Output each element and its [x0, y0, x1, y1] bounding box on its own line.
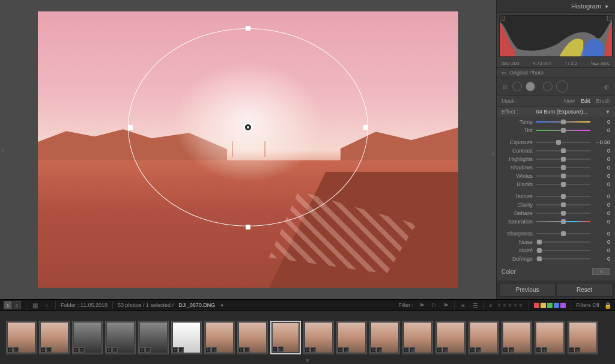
mask-handle-top[interactable] [246, 26, 250, 31]
filmstrip-thumb[interactable]: ⚐◫ [72, 321, 103, 354]
masks-icon[interactable]: ⊞ [501, 83, 509, 90]
slider-whites[interactable]: Whites0 [501, 172, 610, 180]
filmstrip-thumb[interactable]: ⚐◫ [105, 321, 136, 354]
slider-texture[interactable]: Texture0 [501, 192, 610, 201]
slider-noise[interactable]: Noise0 [501, 238, 610, 246]
slider-thumb[interactable] [561, 202, 566, 207]
filmstrip-thumb[interactable]: ⚐◫ [303, 321, 334, 354]
color-filter-chip[interactable] [547, 303, 553, 308]
slider-saturation[interactable]: Saturation0 [501, 217, 610, 226]
slider-thumb[interactable] [537, 256, 542, 261]
flag-badge-icon[interactable]: ⚐ [470, 347, 475, 353]
slider-thumb[interactable] [561, 128, 566, 133]
flag-badge-icon[interactable]: ⚐ [7, 347, 13, 353]
slider-defringe[interactable]: Defringe0 [501, 255, 610, 263]
settings-badge-icon[interactable]: ◫ [476, 347, 481, 353]
folder-path[interactable]: Folder : 11.05.2018 [61, 302, 108, 308]
settings-badge-icon[interactable]: ◫ [377, 347, 382, 353]
radial-outline-icon[interactable] [512, 82, 522, 91]
filmstrip-thumb[interactable]: ⚐◫ [6, 321, 37, 354]
mask-new[interactable]: New [564, 98, 575, 104]
settings-badge-icon[interactable]: ◫ [178, 347, 184, 353]
filter-attribute-icon[interactable]: ☰ [471, 302, 479, 309]
view-mode-2[interactable]: 2 [13, 301, 21, 309]
mask-handle-bottom[interactable] [246, 225, 250, 229]
slider-thumb[interactable] [561, 157, 566, 162]
original-photo-toggle[interactable]: Original Photo [497, 67, 615, 77]
flag-badge-icon[interactable]: ⚐ [73, 347, 79, 353]
mask-center-pin[interactable] [244, 123, 252, 132]
radial-filled-icon[interactable] [526, 82, 535, 91]
flag-badge-icon[interactable]: ⚐ [139, 347, 145, 353]
slider-thumb[interactable] [561, 120, 566, 124]
flag-badge-icon[interactable]: ⚐ [205, 347, 211, 353]
effect-preset[interactable]: 04 Burn (Exposure)... [536, 109, 588, 115]
reset-button[interactable]: Reset [556, 283, 613, 297]
slider-thumb[interactable] [561, 211, 566, 216]
circle-outline-icon[interactable] [543, 82, 553, 91]
slider-thumb[interactable] [561, 182, 566, 187]
slider-blacks[interactable]: Blacks0 [501, 180, 610, 189]
slider-thumb[interactable] [561, 219, 566, 224]
flag-badge-icon[interactable]: ⚐ [404, 347, 409, 353]
flag-badge-icon[interactable]: ⚐ [272, 347, 277, 352]
color-filter-chip[interactable] [560, 303, 566, 308]
settings-badge-icon[interactable]: ◫ [575, 347, 580, 353]
slider-tint[interactable]: Tint0 [501, 126, 610, 135]
filter-lock-icon[interactable]: 🔒 [604, 302, 611, 309]
filters-off[interactable]: Filters Off [576, 302, 599, 308]
settings-badge-icon[interactable]: ◫ [542, 347, 547, 353]
slider-moire[interactable]: Moiré0 [501, 246, 610, 255]
settings-badge-icon[interactable]: ◫ [112, 347, 118, 353]
rating-filter[interactable]: ★★★★★ [497, 302, 524, 308]
settings-badge-icon[interactable]: ◫ [344, 347, 349, 353]
flag-badge-icon[interactable]: ⚐ [304, 347, 310, 353]
slider-shadows[interactable]: Shadows0 [501, 163, 610, 172]
mask-brush[interactable]: Brush [596, 98, 610, 104]
flag-badge-icon[interactable]: ⚐ [437, 347, 442, 353]
settings-badge-icon[interactable]: ◫ [46, 347, 52, 353]
settings-badge-icon[interactable]: ◫ [410, 347, 415, 353]
filmstrip-thumb[interactable]: ⚐◫ [402, 321, 433, 354]
filmstrip-thumb[interactable]: ⚐◫ [270, 321, 301, 354]
switch-icon[interactable]: ◐ [603, 83, 610, 90]
slider-thumb[interactable] [537, 248, 542, 253]
settings-badge-icon[interactable]: ◫ [443, 347, 448, 353]
filmstrip-thumb[interactable]: ⚐◫ [336, 321, 367, 354]
canvas-area[interactable]: ▶ [0, 0, 496, 299]
flag-badge-icon[interactable]: ⚐ [503, 347, 508, 353]
mask-handle-left[interactable] [128, 125, 133, 130]
slider-thumb[interactable] [561, 194, 566, 199]
view-mode-1[interactable]: 1 [4, 301, 12, 309]
color-filter-chip[interactable] [534, 303, 539, 308]
grid-icon[interactable]: ▦ [31, 302, 38, 309]
flag-badge-icon[interactable]: ⚐ [40, 347, 46, 353]
histogram-header[interactable]: Histogram [497, 0, 615, 13]
histogram[interactable] [499, 15, 613, 57]
settings-badge-icon[interactable]: ◫ [509, 347, 514, 353]
previous-button[interactable]: Previous [499, 283, 556, 297]
flag-badge-icon[interactable]: ⚐ [338, 347, 343, 353]
settings-badge-icon[interactable]: ◫ [79, 347, 85, 353]
flag-unpicked-icon[interactable]: ⚐ [430, 302, 437, 309]
filmstrip-thumb[interactable]: ⚐◫ [204, 321, 235, 354]
filmstrip-thumb[interactable]: ⚐◫ [501, 321, 532, 354]
filmstrip-thumb[interactable]: ⚐◫ [535, 321, 565, 354]
filmstrip-thumb[interactable]: ⚐◫ [237, 321, 268, 354]
slider-thumb[interactable] [561, 174, 566, 178]
settings-badge-icon[interactable]: ◫ [244, 347, 250, 353]
sort-icon[interactable]: ↕ [43, 302, 50, 309]
filmstrip-thumb[interactable]: ⚐◫ [435, 321, 466, 354]
slider-temp[interactable]: Temp0 [501, 118, 610, 126]
slider-clarity[interactable]: Clarity0 [501, 201, 610, 209]
slider-dehaze[interactable]: Dehaze0 [501, 209, 610, 217]
filmstrip-thumb[interactable]: ⚐◫ [171, 321, 202, 354]
flag-rejected-icon[interactable]: ⚑ [442, 302, 449, 309]
flag-badge-icon[interactable]: ⚐ [569, 347, 574, 353]
settings-badge-icon[interactable]: ◫ [278, 347, 283, 352]
flag-badge-icon[interactable]: ⚐ [172, 347, 178, 353]
mask-handle-right[interactable] [363, 125, 368, 130]
slider-exposure[interactable]: Exposure- 0.50 [501, 138, 610, 147]
filmstrip[interactable]: ⚐◫⚐◫⚐◫⚐◫⚐◫⚐◫⚐◫⚐◫⚐◫⚐◫⚐◫⚐◫⚐◫⚐◫⚐◫⚐◫⚐◫⚐◫ [0, 311, 615, 364]
flag-badge-icon[interactable]: ⚐ [371, 347, 376, 353]
